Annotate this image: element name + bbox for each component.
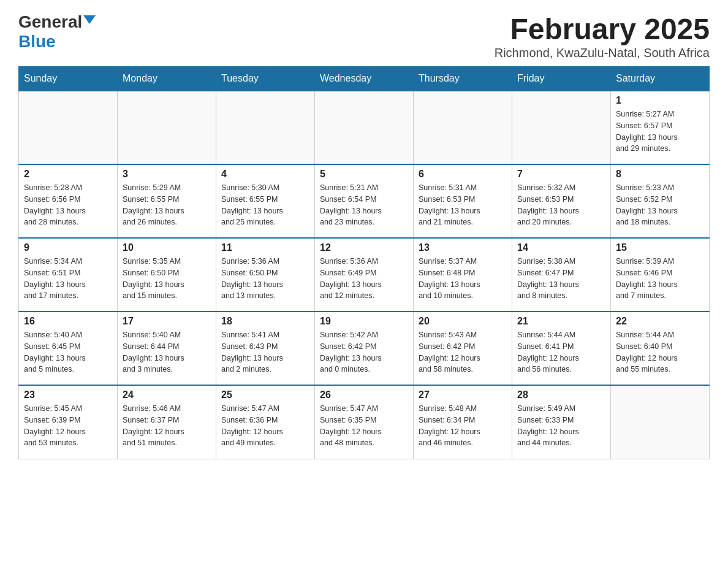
day-info: Sunrise: 5:39 AM Sunset: 6:46 PM Dayligh… [616, 257, 678, 300]
day-info: Sunrise: 5:37 AM Sunset: 6:48 PM Dayligh… [419, 257, 480, 300]
day-number: 19 [320, 316, 408, 327]
day-number: 14 [517, 242, 605, 253]
calendar-cell: 17Sunrise: 5:40 AM Sunset: 6:44 PM Dayli… [118, 312, 216, 385]
weekday-header-row: SundayMondayTuesdayWednesdayThursdayFrid… [19, 67, 710, 91]
weekday-header-monday: Monday [118, 67, 216, 91]
calendar-cell [216, 91, 315, 164]
day-info: Sunrise: 5:38 AM Sunset: 6:47 PM Dayligh… [517, 257, 579, 300]
day-number: 24 [123, 389, 211, 400]
logo-blue-text: Blue [18, 32, 56, 52]
calendar-title: February 2025 [495, 12, 710, 46]
calendar-cell: 21Sunrise: 5:44 AM Sunset: 6:41 PM Dayli… [512, 312, 611, 385]
day-number: 28 [517, 389, 605, 400]
day-number: 18 [221, 316, 309, 327]
calendar-cell: 14Sunrise: 5:38 AM Sunset: 6:47 PM Dayli… [512, 238, 611, 312]
calendar-cell: 15Sunrise: 5:39 AM Sunset: 6:46 PM Dayli… [611, 238, 710, 312]
day-info: Sunrise: 5:48 AM Sunset: 6:34 PM Dayligh… [419, 404, 480, 447]
weekday-header-friday: Friday [512, 67, 611, 91]
weekday-header-tuesday: Tuesday [216, 67, 315, 91]
calendar-cell: 2Sunrise: 5:28 AM Sunset: 6:56 PM Daylig… [19, 164, 118, 238]
weekday-header-thursday: Thursday [414, 67, 512, 91]
weekday-header-saturday: Saturday [611, 67, 710, 91]
weekday-header-wednesday: Wednesday [315, 67, 414, 91]
calendar-week-row: 23Sunrise: 5:45 AM Sunset: 6:39 PM Dayli… [19, 385, 710, 459]
day-info: Sunrise: 5:32 AM Sunset: 6:53 PM Dayligh… [517, 183, 579, 226]
day-info: Sunrise: 5:46 AM Sunset: 6:37 PM Dayligh… [123, 404, 184, 447]
day-number: 15 [616, 242, 704, 253]
day-info: Sunrise: 5:31 AM Sunset: 6:54 PM Dayligh… [320, 183, 382, 226]
logo-general-text: General [18, 12, 82, 32]
day-info: Sunrise: 5:44 AM Sunset: 6:41 PM Dayligh… [517, 331, 579, 373]
day-number: 8 [616, 169, 704, 180]
calendar-cell: 4Sunrise: 5:30 AM Sunset: 6:55 PM Daylig… [216, 164, 315, 238]
calendar-cell: 12Sunrise: 5:36 AM Sunset: 6:49 PM Dayli… [315, 238, 414, 312]
weekday-header-sunday: Sunday [19, 67, 118, 91]
day-number: 11 [221, 242, 309, 253]
day-number: 13 [419, 242, 507, 253]
calendar-week-row: 2Sunrise: 5:28 AM Sunset: 6:56 PM Daylig… [19, 164, 710, 238]
calendar-cell: 26Sunrise: 5:47 AM Sunset: 6:35 PM Dayli… [315, 385, 414, 459]
calendar-cell [19, 91, 118, 164]
calendar-cell [512, 91, 611, 164]
calendar-table: SundayMondayTuesdayWednesdayThursdayFrid… [18, 66, 710, 459]
calendar-cell [315, 91, 414, 164]
day-number: 22 [616, 316, 704, 327]
calendar-cell: 18Sunrise: 5:41 AM Sunset: 6:43 PM Dayli… [216, 312, 315, 385]
calendar-cell [414, 91, 512, 164]
calendar-cell: 13Sunrise: 5:37 AM Sunset: 6:48 PM Dayli… [414, 238, 512, 312]
calendar-week-row: 9Sunrise: 5:34 AM Sunset: 6:51 PM Daylig… [19, 238, 710, 312]
calendar-cell: 6Sunrise: 5:31 AM Sunset: 6:53 PM Daylig… [414, 164, 512, 238]
day-number: 12 [320, 242, 408, 253]
day-info: Sunrise: 5:34 AM Sunset: 6:51 PM Dayligh… [24, 257, 86, 300]
calendar-cell: 22Sunrise: 5:44 AM Sunset: 6:40 PM Dayli… [611, 312, 710, 385]
day-info: Sunrise: 5:35 AM Sunset: 6:50 PM Dayligh… [123, 257, 184, 300]
day-info: Sunrise: 5:40 AM Sunset: 6:45 PM Dayligh… [24, 331, 86, 373]
day-info: Sunrise: 5:28 AM Sunset: 6:56 PM Dayligh… [24, 183, 86, 226]
day-info: Sunrise: 5:47 AM Sunset: 6:36 PM Dayligh… [221, 404, 283, 447]
title-block: February 2025 Richmond, KwaZulu-Natal, S… [495, 12, 710, 60]
day-info: Sunrise: 5:40 AM Sunset: 6:44 PM Dayligh… [123, 331, 184, 373]
calendar-cell: 19Sunrise: 5:42 AM Sunset: 6:42 PM Dayli… [315, 312, 414, 385]
day-info: Sunrise: 5:36 AM Sunset: 6:50 PM Dayligh… [221, 257, 283, 300]
day-number: 27 [419, 389, 507, 400]
day-info: Sunrise: 5:44 AM Sunset: 6:40 PM Dayligh… [616, 331, 678, 373]
day-info: Sunrise: 5:30 AM Sunset: 6:55 PM Dayligh… [221, 183, 283, 226]
day-number: 3 [123, 169, 211, 180]
day-info: Sunrise: 5:47 AM Sunset: 6:35 PM Dayligh… [320, 404, 382, 447]
day-info: Sunrise: 5:42 AM Sunset: 6:42 PM Dayligh… [320, 331, 382, 373]
day-info: Sunrise: 5:43 AM Sunset: 6:42 PM Dayligh… [419, 331, 480, 373]
calendar-cell: 27Sunrise: 5:48 AM Sunset: 6:34 PM Dayli… [414, 385, 512, 459]
day-number: 9 [24, 242, 112, 253]
day-number: 23 [24, 389, 112, 400]
page-header: General Blue February 2025 Richmond, Kwa… [18, 12, 710, 60]
calendar-cell: 25Sunrise: 5:47 AM Sunset: 6:36 PM Dayli… [216, 385, 315, 459]
day-number: 5 [320, 169, 408, 180]
calendar-cell: 20Sunrise: 5:43 AM Sunset: 6:42 PM Dayli… [414, 312, 512, 385]
day-number: 1 [616, 95, 704, 106]
logo-triangle-icon [83, 15, 96, 24]
calendar-cell: 10Sunrise: 5:35 AM Sunset: 6:50 PM Dayli… [118, 238, 216, 312]
calendar-week-row: 16Sunrise: 5:40 AM Sunset: 6:45 PM Dayli… [19, 312, 710, 385]
day-info: Sunrise: 5:45 AM Sunset: 6:39 PM Dayligh… [24, 404, 86, 447]
calendar-cell: 11Sunrise: 5:36 AM Sunset: 6:50 PM Dayli… [216, 238, 315, 312]
day-number: 17 [123, 316, 211, 327]
calendar-cell: 5Sunrise: 5:31 AM Sunset: 6:54 PM Daylig… [315, 164, 414, 238]
day-number: 20 [419, 316, 507, 327]
day-number: 26 [320, 389, 408, 400]
day-number: 10 [123, 242, 211, 253]
day-info: Sunrise: 5:27 AM Sunset: 6:57 PM Dayligh… [616, 110, 678, 153]
logo: General Blue [18, 12, 96, 52]
day-number: 6 [419, 169, 507, 180]
day-info: Sunrise: 5:29 AM Sunset: 6:55 PM Dayligh… [123, 183, 184, 226]
day-info: Sunrise: 5:36 AM Sunset: 6:49 PM Dayligh… [320, 257, 382, 300]
day-number: 2 [24, 169, 112, 180]
calendar-cell: 1Sunrise: 5:27 AM Sunset: 6:57 PM Daylig… [611, 91, 710, 164]
calendar-cell: 8Sunrise: 5:33 AM Sunset: 6:52 PM Daylig… [611, 164, 710, 238]
day-number: 7 [517, 169, 605, 180]
calendar-cell: 24Sunrise: 5:46 AM Sunset: 6:37 PM Dayli… [118, 385, 216, 459]
day-number: 21 [517, 316, 605, 327]
day-number: 16 [24, 316, 112, 327]
calendar-cell: 16Sunrise: 5:40 AM Sunset: 6:45 PM Dayli… [19, 312, 118, 385]
day-number: 25 [221, 389, 309, 400]
day-info: Sunrise: 5:41 AM Sunset: 6:43 PM Dayligh… [221, 331, 283, 373]
